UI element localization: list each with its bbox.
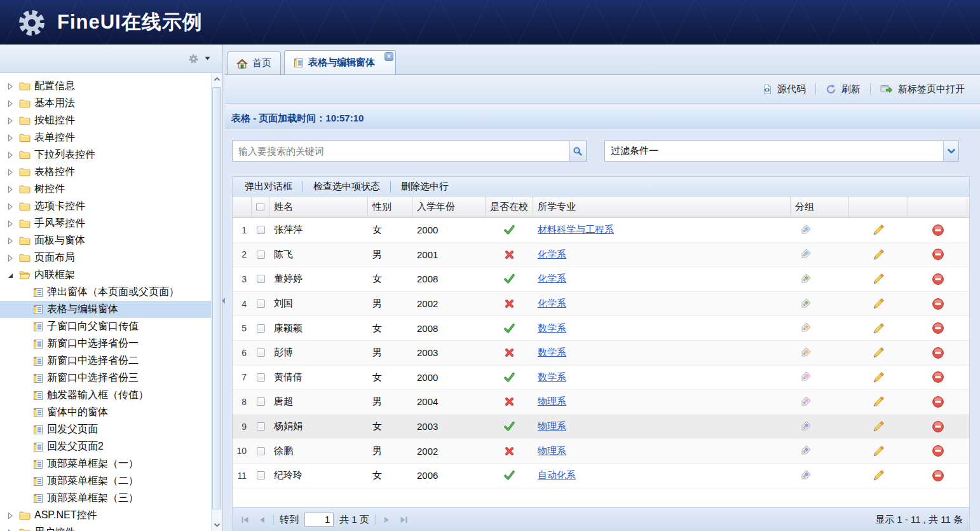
scrollbar-thumb[interactable] (212, 87, 221, 509)
scroll-up-icon[interactable] (212, 74, 222, 85)
edit-pencil-icon[interactable] (873, 347, 885, 359)
expand-arrow-icon[interactable] (5, 151, 15, 159)
sidebar-scrollbar[interactable] (211, 73, 222, 531)
row-checkbox[interactable] (257, 447, 265, 455)
expand-arrow-icon[interactable] (5, 237, 15, 245)
edit-pencil-icon[interactable] (873, 396, 885, 408)
edit-pencil-icon[interactable] (873, 469, 885, 481)
row-checkbox[interactable] (257, 422, 265, 431)
tree-leaf[interactable]: 新窗口中选择省份二 (0, 352, 222, 369)
tree-leaf[interactable]: 回发父页面2 (0, 438, 222, 455)
tree-leaf[interactable]: 顶部菜单框架（二） (0, 472, 222, 490)
check-selection-button[interactable]: 检查选中项状态 (304, 178, 389, 195)
edit-pencil-icon[interactable] (873, 445, 885, 457)
search-input[interactable] (232, 141, 569, 162)
table-row[interactable]: 1张萍萍女2000材料科学与工程系 (233, 218, 969, 243)
expand-arrow-icon[interactable] (5, 134, 15, 142)
major-link[interactable]: 化学系 (538, 298, 566, 310)
edit-pencil-icon[interactable] (873, 224, 885, 236)
tree-leaf[interactable]: 新窗口中选择省份一 (0, 335, 222, 352)
column-header-atschool[interactable]: 是否在校 (486, 197, 533, 217)
expand-arrow-icon[interactable] (5, 220, 15, 228)
tag-icon[interactable] (799, 224, 812, 237)
tree-node[interactable]: 表单控件 (0, 129, 222, 146)
delete-icon[interactable] (932, 298, 944, 310)
table-row[interactable]: 11纪玲玲女2006自动化系 (233, 464, 969, 488)
expand-arrow-icon[interactable] (5, 117, 15, 125)
tree-node[interactable]: 内联框架 (0, 266, 222, 284)
delete-icon[interactable] (932, 445, 944, 457)
table-row[interactable]: 3董婷婷女2008化学系 (233, 267, 969, 292)
tag-icon[interactable] (799, 322, 812, 334)
open-dialog-button[interactable]: 弹出对话框 (236, 178, 301, 195)
tag-icon[interactable] (799, 371, 812, 383)
expand-arrow-icon[interactable] (5, 83, 15, 90)
tree-leaf[interactable]: 新窗口中选择省份三 (0, 369, 222, 387)
tag-icon[interactable] (799, 248, 812, 261)
tree-node[interactable]: 按钮控件 (0, 112, 222, 129)
tree-leaf[interactable]: 弹出窗体（本页面或父页面） (0, 284, 222, 301)
collapse-arrow-icon[interactable] (5, 272, 15, 279)
delete-icon[interactable] (932, 371, 944, 383)
edit-pencil-icon[interactable] (873, 249, 885, 261)
major-link[interactable]: 材料科学与工程系 (538, 224, 614, 236)
table-row[interactable]: 2陈飞男2001化学系 (233, 243, 969, 268)
table-row[interactable]: 6彭博男2003数学系 (233, 341, 969, 366)
delete-icon[interactable] (932, 224, 944, 237)
prev-page-icon[interactable] (256, 514, 268, 525)
delete-icon[interactable] (932, 347, 944, 359)
row-checkbox[interactable] (257, 251, 265, 259)
edit-pencil-icon[interactable] (873, 322, 885, 334)
expand-arrow-icon[interactable] (5, 169, 15, 176)
first-page-icon[interactable] (239, 514, 250, 525)
edit-pencil-icon[interactable] (873, 273, 885, 285)
major-link[interactable]: 数学系 (538, 371, 566, 383)
expand-arrow-icon[interactable] (5, 254, 15, 262)
last-page-icon[interactable] (398, 514, 410, 525)
open-newtab-button[interactable]: 新标签页中打开 (873, 80, 972, 99)
row-checkbox[interactable] (257, 348, 265, 357)
edit-pencil-icon[interactable] (873, 298, 885, 310)
row-checkbox[interactable] (257, 275, 265, 283)
tree-node[interactable]: 用户控件 (0, 524, 222, 531)
delete-icon[interactable] (932, 273, 944, 286)
tree-node[interactable]: 选项卡控件 (0, 198, 222, 215)
row-checkbox[interactable] (257, 324, 265, 333)
major-link[interactable]: 数学系 (538, 347, 566, 359)
tab-grid-edit-window[interactable]: 表格与编辑窗体 × (284, 50, 396, 74)
major-link[interactable]: 物理系 (538, 396, 566, 408)
delete-rows-button[interactable]: 删除选中行 (392, 178, 458, 195)
edit-pencil-icon[interactable] (873, 371, 885, 383)
tree-leaf[interactable]: 顶部菜单框架（三） (0, 490, 222, 507)
major-link[interactable]: 化学系 (538, 273, 566, 285)
delete-icon[interactable] (932, 469, 944, 482)
table-row[interactable]: 4刘国男2002化学系 (233, 292, 969, 317)
delete-icon[interactable] (932, 322, 944, 334)
search-button[interactable] (569, 141, 587, 162)
tree-node[interactable]: 基本用法 (0, 95, 222, 112)
tree-node[interactable]: 面板与窗体 (0, 232, 222, 249)
tree-node[interactable]: 页面布局 (0, 249, 222, 266)
close-tab-icon[interactable]: × (385, 52, 393, 61)
column-header-name[interactable]: 姓名 (269, 197, 368, 217)
expand-arrow-icon[interactable] (5, 100, 15, 107)
delete-icon[interactable] (932, 420, 944, 433)
row-checkbox[interactable] (257, 300, 265, 308)
column-header-gender[interactable]: 性别 (368, 197, 412, 217)
tag-icon[interactable] (799, 396, 812, 408)
tree-node[interactable]: 树控件 (0, 181, 222, 198)
table-row[interactable]: 8唐超男2004物理系 (233, 390, 969, 415)
tree-leaf[interactable]: 顶部菜单框架（一） (0, 455, 222, 472)
tag-icon[interactable] (799, 298, 812, 310)
refresh-button[interactable]: 刷新 (818, 80, 868, 99)
delete-icon[interactable] (932, 248, 944, 261)
table-row[interactable]: 5康颖颖女2008数学系 (233, 316, 969, 341)
tree-leaf[interactable]: 触发器输入框（传值） (0, 387, 222, 404)
tree-node[interactable]: 表格控件 (0, 163, 222, 181)
delete-icon[interactable] (932, 396, 944, 408)
tag-icon[interactable] (799, 420, 812, 433)
expand-arrow-icon[interactable] (5, 203, 15, 210)
tab-home[interactable]: 首页 (227, 52, 281, 74)
edit-pencil-icon[interactable] (873, 420, 885, 432)
major-link[interactable]: 化学系 (538, 249, 566, 261)
